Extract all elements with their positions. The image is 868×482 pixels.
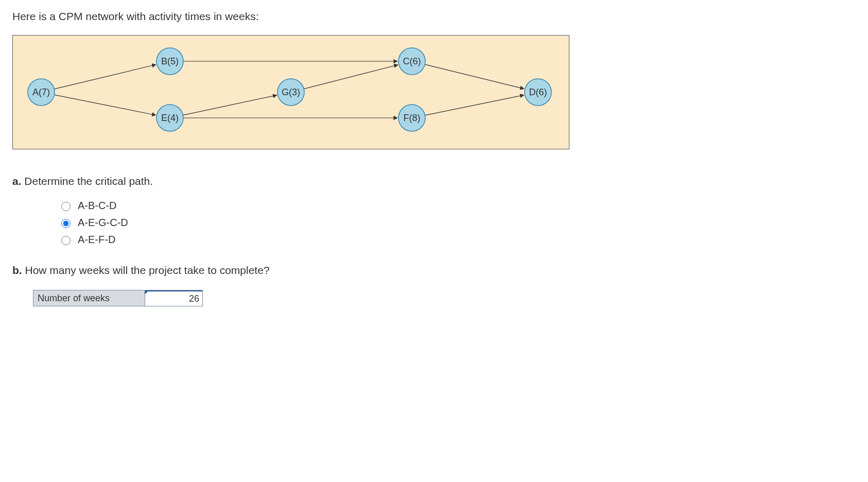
question-a: a. Determine the critical path. A-B-C-DA… (12, 175, 856, 246)
answer-label: Number of weeks (33, 290, 145, 306)
answer-row: Number of weeks 26 (33, 290, 203, 306)
question-b: b. How many weeks will the project take … (12, 264, 856, 306)
node-B: B(5) (157, 48, 183, 75)
node-A: A(7) (28, 79, 55, 106)
radio-group-a: A-B-C-DA-E-G-C-DA-E-F-D (59, 200, 856, 246)
cpm-network-diagram: A(7)B(5)E(4)G(3)C(6)F(8)D(6) (12, 35, 569, 149)
edge-F-D (425, 95, 524, 115)
edge-A-B (54, 65, 155, 89)
radio-input-2[interactable] (61, 236, 71, 245)
node-D: D(6) (525, 79, 551, 106)
intro-text: Here is a CPM network with activity time… (12, 10, 856, 23)
svg-text:A(7): A(7) (32, 87, 50, 97)
radio-input-1[interactable] (61, 219, 71, 228)
radio-label-1: A-E-G-C-D (78, 217, 128, 229)
radio-input-0[interactable] (61, 202, 71, 211)
radio-label-0: A-B-C-D (78, 200, 117, 212)
svg-text:G(3): G(3) (282, 87, 300, 97)
edge-G-C (304, 65, 398, 89)
node-G: G(3) (277, 79, 304, 106)
node-C: C(6) (398, 48, 425, 75)
edge-C-D (425, 64, 524, 89)
svg-text:D(6): D(6) (529, 87, 547, 97)
radio-option-0[interactable]: A-B-C-D (59, 200, 856, 212)
edge-E-G (183, 95, 276, 115)
svg-text:E(4): E(4) (161, 113, 179, 123)
svg-text:B(5): B(5) (161, 56, 179, 66)
radio-label-2: A-E-F-D (78, 234, 115, 246)
edge-A-E (54, 95, 155, 115)
radio-option-2[interactable]: A-E-F-D (59, 234, 856, 246)
node-F: F(8) (398, 105, 425, 131)
svg-text:C(6): C(6) (403, 56, 421, 66)
question-b-text: b. How many weeks will the project take … (12, 264, 856, 277)
answer-value-input[interactable]: 26 (145, 290, 202, 306)
node-E: E(4) (157, 105, 183, 131)
question-a-text: a. Determine the critical path. (12, 175, 856, 187)
svg-text:F(8): F(8) (404, 113, 421, 123)
radio-option-1[interactable]: A-E-G-C-D (59, 217, 856, 229)
